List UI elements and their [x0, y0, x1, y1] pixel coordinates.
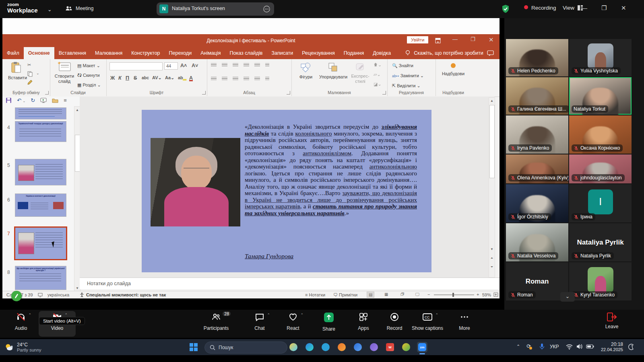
taskbar-search[interactable]: Пошук [204, 341, 287, 354]
participant-tile-4[interactable]: Nataliya Torkut [569, 77, 632, 115]
taskbar-app-mail[interactable] [353, 342, 363, 352]
thumbnail-slide-6[interactable]: Україна в контексті деколонізації [15, 194, 66, 216]
weather-widget[interactable]: 24°C Partly sunny [4, 342, 41, 352]
tray-update-icon[interactable]: ⟳ [526, 343, 531, 349]
slide-canvas[interactable]: «Деколонізація в Україні зводиться перед… [142, 110, 431, 272]
ppt-tab-Вставлення[interactable]: Вставлення [54, 47, 91, 59]
participant-tile-14[interactable]: Kyryl Tarasenko [569, 262, 632, 300]
participant-tile-1[interactable]: Helen Pedchenko [506, 39, 568, 76]
italic-button[interactable]: К [118, 75, 122, 81]
shape-outline-button[interactable]: ▱⌄ [374, 72, 381, 77]
start-slideshow-icon[interactable] [40, 98, 47, 103]
window-close-button[interactable]: ✕ [621, 4, 626, 12]
paste-button[interactable]: Вставити [8, 62, 24, 80]
shape-effects-button[interactable]: ◪⌄ [374, 82, 382, 87]
strikethrough-button[interactable]: S [134, 75, 137, 81]
editor-scrollbar[interactable]: ▲ ▼ ⏶ ⏷ [489, 97, 495, 278]
comments-toggle[interactable]: 🗨 Примітки [333, 292, 357, 297]
taskbar-app-chrome[interactable] [401, 342, 411, 352]
editor-scroll-thumb[interactable] [489, 105, 495, 178]
zoom-slider-track[interactable] [434, 294, 474, 295]
notes-toggle[interactable]: ≡ Нотатки [305, 292, 325, 297]
ppt-tab-Рецензування[interactable]: Рецензування [297, 47, 339, 59]
font-size-combobox[interactable]: 44 [164, 62, 178, 70]
grow-font-button[interactable]: A˄ [180, 63, 187, 68]
tray-volume-icon[interactable] [576, 343, 583, 350]
copy-button[interactable] [27, 71, 33, 78]
show-captions-button[interactable]: CC⌃Show captions [411, 312, 444, 331]
record-button[interactable]: Record [378, 312, 411, 331]
numbering-button[interactable] [222, 63, 227, 67]
participant-tile-12[interactable]: Nataliya PyrlikNataliya Pyrlik [569, 223, 632, 261]
tray-language[interactable]: УКР [550, 344, 559, 350]
tab-meeting[interactable]: Meeting [65, 5, 93, 12]
taskbar-app-file-explorer[interactable] [288, 342, 299, 352]
underline-button[interactable]: П [126, 75, 129, 81]
tray-battery-icon[interactable] [586, 344, 594, 349]
ppt-restore-button[interactable]: ❐ [471, 36, 475, 42]
layout-button[interactable]: ▤ Макет ⌄ [77, 63, 100, 68]
tray-notifications-icon[interactable]: z [628, 343, 634, 350]
tray-microphone-icon[interactable] [539, 343, 545, 350]
new-slide-button[interactable]: Створити слайд [53, 62, 76, 84]
ppt-notes-pane[interactable]: Нотатки до слайда [80, 278, 500, 289]
share-button[interactable]: Share [312, 312, 346, 332]
ppt-signin-button[interactable]: Увійти [407, 36, 428, 43]
editor-scroll-down-icon[interactable]: ▼ [489, 247, 495, 251]
arrange-button[interactable]: Упорядкувати [318, 62, 349, 80]
ppt-tab-Файл[interactable]: Файл [2, 47, 24, 59]
apps-button[interactable]: Apps [347, 312, 380, 331]
participant-tile-3[interactable]: Галина Євгенівна Ш... [506, 77, 568, 115]
quick-styles-button[interactable]: Експрес-стилі [349, 62, 372, 84]
tray-clock[interactable]: 20:18 22.04.2025 [598, 341, 623, 352]
previous-slide-button[interactable]: ⏶ [489, 256, 495, 260]
zoom-in-button[interactable]: + [477, 292, 479, 297]
language-indicator[interactable]: українська [47, 292, 69, 297]
open-folder-icon[interactable] [52, 98, 58, 103]
comments-icon[interactable] [487, 50, 494, 56]
participant-tile-6[interactable]: Оксана Корнієнко [569, 115, 632, 154]
text-shadow-button[interactable]: abc [142, 75, 149, 80]
participant-tile-13[interactable]: RomanRoman [506, 262, 568, 300]
ppt-tab-Довідка[interactable]: Довідка [368, 47, 395, 59]
participant-tile-8[interactable]: johndouglasclayton [569, 154, 632, 183]
ppt-tab-Малювання[interactable]: Малювання [91, 47, 127, 59]
slideshow-view-button[interactable]: 🖵 [414, 292, 421, 297]
highlight-color-button[interactable]: ab▂ [178, 75, 186, 80]
chevron-up-icon[interactable]: ⌃ [300, 313, 303, 317]
zoom-slider-thumb[interactable] [452, 293, 454, 297]
thumbnail-slide-7[interactable] [15, 228, 66, 259]
normal-view-button[interactable]: ▤ [367, 292, 374, 298]
zoom-out-button[interactable]: − [427, 292, 430, 297]
thumbnail-slide-8[interactable]: Що необхідно для успішної деколонізації … [15, 266, 66, 290]
increase-indent-button[interactable] [244, 63, 249, 67]
change-case-button[interactable]: Aa⌄ [165, 75, 174, 80]
ppt-close-button[interactable]: ✕ [489, 36, 494, 43]
align-left-button[interactable] [211, 77, 217, 81]
participant-tile-5[interactable]: Iryna Pavlenko [506, 115, 568, 154]
bold-button[interactable]: Ж [110, 75, 115, 81]
font-dialog-launcher[interactable] [202, 91, 206, 95]
thumbnail-slide-4[interactable]: Термінологічний тезаурус дискурсу деколо… [15, 121, 66, 142]
react-button[interactable]: ⌃React [276, 312, 310, 331]
columns-button[interactable] [254, 77, 260, 81]
reset-button[interactable]: 🗘 Скинути [77, 73, 100, 78]
taskbar-app-viber[interactable] [369, 342, 379, 352]
section-button[interactable]: ▦ Розділ ⌄ [77, 82, 101, 88]
taskbar-app-zoom[interactable]: zm [417, 342, 427, 352]
editor-scroll-up-icon[interactable]: ▲ [489, 98, 495, 103]
ppt-tab-Подання[interactable]: Подання [339, 47, 368, 59]
chevron-up-icon[interactable]: ⌃ [28, 313, 31, 317]
ppt-tab-Конструктор[interactable]: Конструктор [127, 47, 164, 59]
thumbnail-slide-5[interactable] [15, 159, 66, 185]
start-button[interactable] [189, 343, 198, 352]
ppt-tab-Записати[interactable]: Записати [267, 47, 297, 59]
text-direction-button[interactable] [265, 63, 269, 67]
slide-sorter-view-button[interactable]: ▦ [383, 292, 390, 297]
bullets-button[interactable] [211, 63, 217, 67]
thumb-scroll-up-icon[interactable]: ▲ [74, 107, 80, 112]
thumb-scroll-down-icon[interactable]: ▼ [74, 286, 80, 290]
taskbar-app-firefox[interactable] [336, 342, 347, 352]
shapes-button[interactable]: Фігури [295, 62, 316, 80]
justify-button[interactable] [244, 77, 249, 81]
